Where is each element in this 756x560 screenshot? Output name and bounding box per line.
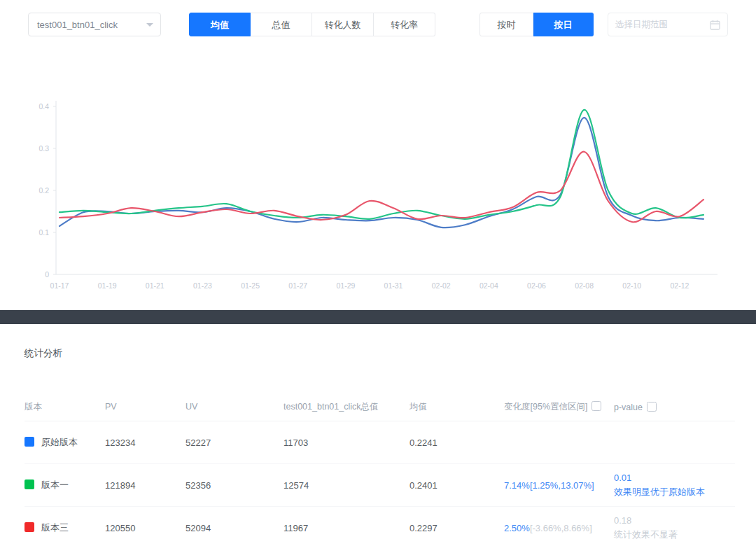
x-tick-label: 01-25 (241, 281, 260, 290)
date-range-input[interactable]: 选择日期范围 (608, 13, 728, 36)
x-tick-label: 02-04 (479, 281, 498, 290)
pv-cell: 123234 (105, 421, 186, 464)
column-header-6: 变化度[95%置信区间] (504, 393, 614, 421)
x-tick-label: 01-31 (384, 281, 403, 290)
pv-cell: 121894 (105, 464, 186, 507)
x-tick-label: 02-06 (527, 281, 546, 290)
metric-line-chart: 00.10.20.30.401-1701-1901-2101-2301-2501… (0, 63, 756, 304)
granularity-tab-1[interactable]: 按时 (479, 13, 533, 36)
x-tick-label: 01-23 (193, 281, 212, 290)
y-tick-label: 0 (45, 270, 49, 279)
column-header-3: UV (186, 393, 284, 421)
column-header-5: 均值 (410, 393, 504, 421)
total-cell: 11703 (284, 421, 410, 464)
y-tick-label: 0.2 (38, 186, 49, 195)
granularity-tab-group: 按时按日 (479, 13, 594, 36)
version-color-swatch (24, 479, 34, 489)
x-tick-label: 02-02 (432, 281, 451, 290)
metric-tab-group: 均值总值转化人数转化率 (189, 13, 435, 36)
uv-cell: 52227 (186, 421, 284, 464)
x-tick-label: 02-12 (670, 281, 689, 290)
x-tick-label: 01-29 (336, 281, 355, 290)
x-tick-label: 01-19 (98, 281, 117, 290)
pvalue-cell: 0.01效果明显优于原始版本 (614, 464, 735, 507)
line-chart-canvas: 00.10.20.30.401-1701-1901-2101-2301-2501… (0, 63, 756, 304)
statistics-section: 统计分析 版本PVUVtest001_btn01_click总值均值变化度[95… (0, 324, 756, 560)
table-body: 原始版本12323452227117030.2241版本一12189452356… (24, 421, 735, 550)
version-label: 版本一 (41, 479, 69, 490)
metric-select-value: test001_btn01_click (37, 20, 118, 30)
y-tick-label: 0.1 (38, 228, 49, 237)
x-tick-label: 01-21 (146, 281, 164, 290)
version-color-swatch (24, 522, 34, 532)
pvalue-cell: 0.18统计效果不显著 (614, 507, 735, 550)
granularity-tab-2[interactable]: 按日 (533, 13, 594, 36)
date-range-placeholder: 选择日期范围 (615, 19, 668, 31)
column-header-1: 版本 (24, 393, 105, 421)
mean-cell: 0.2401 (410, 464, 504, 507)
version-label: 版本三 (41, 522, 69, 533)
uv-cell: 52356 (186, 464, 284, 507)
x-tick-label: 02-10 (622, 281, 641, 290)
mean-cell: 0.2297 (410, 507, 504, 550)
info-icon[interactable] (647, 402, 657, 412)
statistics-table: 版本PVUVtest001_btn01_click总值均值变化度[95%置信区间… (24, 393, 735, 549)
pv-cell: 120550 (105, 507, 186, 550)
y-tick-label: 0.3 (38, 144, 49, 153)
change-cell: 2.50%[-3.66%,8.66%] (504, 507, 614, 550)
table-header-row: 版本PVUVtest001_btn01_click总值均值变化度[95%置信区间… (24, 393, 735, 421)
metric-select[interactable]: test001_btn01_click (28, 13, 161, 36)
version-cell: 版本三 (24, 507, 105, 550)
section-divider-band (0, 310, 756, 324)
chevron-down-icon (146, 23, 153, 27)
version-label: 原始版本 (41, 437, 78, 447)
calendar-icon (710, 20, 720, 30)
change-cell: 7.14%[1.25%,13.07%] (504, 464, 614, 507)
total-cell: 12574 (284, 464, 410, 507)
change-cell (504, 421, 614, 464)
table-row: 版本三12055052094119670.22972.50%[-3.66%,8.… (24, 507, 735, 550)
table-row: 原始版本12323452227117030.2241 (24, 421, 735, 464)
column-header-2: PV (105, 393, 186, 421)
total-cell: 11967 (284, 507, 410, 550)
pvalue-cell (614, 421, 735, 464)
statistics-title: 统计分析 (24, 347, 62, 360)
column-header-4: test001_btn01_click总值 (284, 393, 410, 421)
x-tick-label: 02-08 (575, 281, 594, 290)
version-cell: 原始版本 (24, 421, 105, 464)
table-row: 版本一12189452356125740.24017.14%[1.25%,13.… (24, 464, 735, 507)
info-icon[interactable] (592, 401, 601, 411)
mean-cell: 0.2241 (410, 421, 504, 464)
metric-tab-1[interactable]: 均值 (189, 13, 251, 36)
metric-tab-2[interactable]: 总值 (251, 13, 312, 36)
version-cell: 版本一 (24, 464, 105, 507)
uv-cell: 52094 (186, 507, 284, 550)
ab-test-dashboard: test001_btn01_click 均值总值转化人数转化率 按时按日 选择日… (0, 0, 756, 560)
y-tick-label: 0.4 (38, 102, 49, 111)
x-tick-label: 01-27 (288, 281, 307, 290)
metric-tab-4[interactable]: 转化率 (374, 13, 435, 36)
version-color-swatch (24, 437, 34, 447)
metric-tab-3[interactable]: 转化人数 (312, 13, 374, 36)
x-tick-label: 01-17 (50, 281, 69, 290)
column-header-7: p-value (614, 393, 735, 421)
